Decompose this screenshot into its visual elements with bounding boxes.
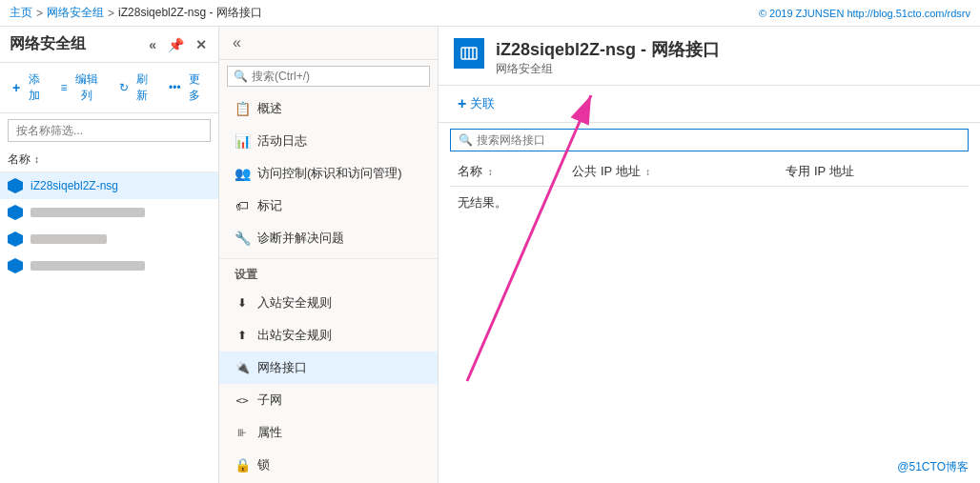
editcols-label: 编辑列 bbox=[71, 71, 104, 104]
top-bar: 主页 > 网络安全组 > iZ28siqebl2Z-nsg - 网络接口 © 2… bbox=[0, 0, 980, 27]
editcols-button[interactable]: ≡ 编辑列 bbox=[56, 69, 109, 107]
add-button[interactable]: + 添加 bbox=[8, 69, 51, 107]
right-search-box[interactable]: 🔍 bbox=[450, 129, 969, 151]
breadcrumb-nsg[interactable]: 网络安全组 bbox=[47, 5, 104, 21]
outbound-icon: ⬆ bbox=[235, 328, 250, 343]
subnet-icon: <> bbox=[235, 392, 250, 408]
left-panel-header: 网络安全组 « 📌 ✕ bbox=[0, 27, 218, 63]
nav-label: 入站安全规则 bbox=[257, 294, 332, 312]
table-container: 名称 ↕ 公共 IP 地址 ↕ 专用 IP 地址 无结 bbox=[439, 157, 980, 483]
nav-label: 网络接口 bbox=[257, 359, 307, 376]
right-panel: iZ28siqebl2Z-nsg - 网络接口 网络安全组 + 关联 🔍 名称 … bbox=[439, 27, 980, 483]
more-button[interactable]: ••• 更多 bbox=[164, 69, 211, 107]
right-search-input[interactable] bbox=[477, 133, 960, 147]
nav-item-access[interactable]: 👥 访问控制(标识和访问管理) bbox=[219, 157, 438, 190]
left-panel: 网络安全组 « 📌 ✕ + 添加 ≡ 编辑列 ↻ 刷新 ••• 更多 bbox=[0, 27, 219, 483]
left-toolbar: + 添加 ≡ 编辑列 ↻ 刷新 ••• 更多 bbox=[0, 63, 218, 113]
nav-item-props[interactable]: ⊪ 属性 bbox=[219, 416, 438, 449]
diag-icon: 🔧 bbox=[235, 231, 250, 246]
nav-item-netinterface[interactable]: 🔌 网络接口 bbox=[219, 352, 438, 384]
data-table: 名称 ↕ 公共 IP 地址 ↕ 专用 IP 地址 无结 bbox=[450, 157, 969, 219]
shield-icon bbox=[8, 258, 23, 273]
refresh-label: 刷新 bbox=[132, 71, 153, 104]
name-column-label: 名称 bbox=[8, 151, 31, 168]
netinterface-icon: 🔌 bbox=[235, 360, 250, 375]
shield-icon bbox=[8, 205, 23, 220]
item-name-blurred bbox=[31, 261, 145, 271]
filter-input[interactable] bbox=[8, 119, 211, 142]
watermark: @51CTO博客 bbox=[897, 459, 969, 475]
associate-label: 关联 bbox=[470, 95, 495, 112]
table-header-row: 名称 ↕ 公共 IP 地址 ↕ 专用 IP 地址 bbox=[450, 157, 969, 187]
nav-label: 标记 bbox=[257, 197, 282, 214]
sort-icon: ↕ bbox=[488, 167, 493, 177]
resource-title: iZ28siqebl2Z-nsg - 网络接口 bbox=[496, 38, 720, 61]
nav-item-diag[interactable]: 🔧 诊断并解决问题 bbox=[219, 222, 438, 254]
col-private-ip[interactable]: 专用 IP 地址 bbox=[778, 157, 969, 187]
more-label: 更多 bbox=[184, 71, 206, 104]
overview-icon: 📋 bbox=[235, 101, 250, 116]
item-name-blurred bbox=[31, 208, 145, 217]
col-public-ip-label: 公共 IP 地址 bbox=[572, 164, 640, 178]
list-item[interactable]: iZ28siqebl2Z-nsg bbox=[0, 172, 218, 199]
list-header: 名称 ↕ bbox=[0, 148, 218, 172]
nav-item-inbound[interactable]: ⬇ 入站安全规则 bbox=[219, 287, 438, 319]
collapse-btn[interactable]: « bbox=[227, 32, 247, 53]
access-icon: 👥 bbox=[235, 166, 250, 181]
right-header: iZ28siqebl2Z-nsg - 网络接口 网络安全组 bbox=[439, 27, 980, 86]
close-icon[interactable]: ✕ bbox=[194, 35, 209, 54]
middle-panel: « 🔍 📋 概述 📊 活动日志 👥 访问控制(标识和访问管理) 🏷 标记 🔧 诊… bbox=[219, 27, 439, 483]
col-name[interactable]: 名称 ↕ bbox=[450, 157, 564, 187]
more-icon: ••• bbox=[169, 81, 181, 94]
nav-item-outbound[interactable]: ⬆ 出站安全规则 bbox=[219, 319, 438, 352]
nav-item-lock[interactable]: 🔒 锁 bbox=[219, 449, 438, 481]
no-results-row: 无结果。 bbox=[450, 187, 969, 220]
nav-item-overview[interactable]: 📋 概述 bbox=[219, 92, 438, 125]
editcols-icon: ≡ bbox=[61, 81, 68, 94]
nav-label: 活动日志 bbox=[257, 132, 307, 150]
search-icon: 🔍 bbox=[459, 133, 473, 147]
plus-icon: + bbox=[458, 95, 466, 112]
sort-icon: ↕ bbox=[645, 167, 650, 177]
list-item[interactable] bbox=[0, 199, 218, 226]
nav-item-activity[interactable]: 📊 活动日志 bbox=[219, 125, 438, 157]
copyright-text: © 2019 ZJUNSEN http://blog.51cto.com/rds… bbox=[759, 8, 970, 19]
resource-icon bbox=[454, 38, 484, 69]
breadcrumb-sep1: > bbox=[36, 7, 43, 20]
breadcrumb-sep2: > bbox=[108, 7, 114, 20]
sort-icon[interactable]: ↕ bbox=[34, 154, 39, 165]
pin-icon[interactable]: 📌 bbox=[166, 35, 186, 54]
lock-icon: 🔒 bbox=[235, 457, 250, 473]
left-panel-title: 网络安全组 bbox=[10, 34, 86, 54]
nav-item-subnet[interactable]: <> 子网 bbox=[219, 384, 438, 416]
shield-icon bbox=[8, 178, 23, 193]
nav-label: 锁 bbox=[257, 456, 270, 473]
nav-label: 子网 bbox=[257, 392, 282, 409]
associate-button[interactable]: + 关联 bbox=[450, 91, 502, 116]
settings-section-header: 设置 bbox=[219, 258, 438, 287]
breadcrumb-resource: iZ28siqebl2Z-nsg - 网络接口 bbox=[118, 5, 262, 21]
resource-subtitle: 网络安全组 bbox=[496, 61, 720, 77]
nav-item-tags[interactable]: 🏷 标记 bbox=[219, 190, 438, 222]
nav-search-input[interactable] bbox=[252, 70, 423, 83]
add-label: 添加 bbox=[23, 71, 45, 104]
item-name: iZ28siqebl2Z-nsg bbox=[31, 179, 118, 192]
list-item[interactable] bbox=[0, 226, 218, 252]
inbound-icon: ⬇ bbox=[235, 295, 250, 311]
list-item[interactable] bbox=[0, 252, 218, 279]
collapse-icon[interactable]: « bbox=[147, 35, 158, 54]
right-toolbar: + 关联 bbox=[439, 86, 980, 123]
nav-label: 属性 bbox=[257, 424, 282, 441]
no-results-text: 无结果。 bbox=[450, 187, 969, 220]
col-public-ip[interactable]: 公共 IP 地址 ↕ bbox=[564, 157, 778, 187]
breadcrumb-home[interactable]: 主页 bbox=[10, 5, 32, 21]
nav-label: 诊断并解决问题 bbox=[257, 230, 344, 247]
refresh-icon: ↻ bbox=[119, 81, 129, 94]
item-name-blurred bbox=[31, 234, 107, 244]
refresh-button[interactable]: ↻ 刷新 bbox=[114, 69, 158, 107]
search-icon: 🔍 bbox=[234, 70, 248, 83]
shield-icon bbox=[8, 231, 23, 247]
main-layout: 网络安全组 « 📌 ✕ + 添加 ≡ 编辑列 ↻ 刷新 ••• 更多 bbox=[0, 27, 980, 483]
activity-icon: 📊 bbox=[235, 133, 250, 149]
nav-search-box[interactable]: 🔍 bbox=[227, 66, 430, 87]
